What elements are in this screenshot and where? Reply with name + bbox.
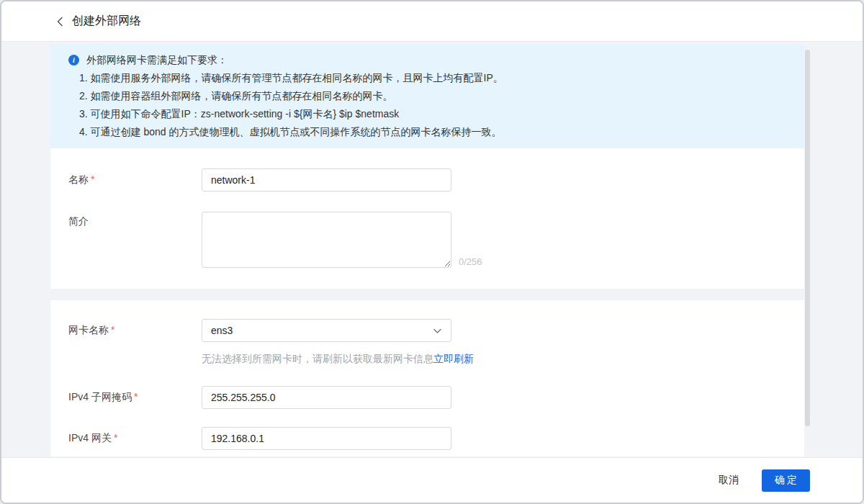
confirm-button[interactable]: 确定 — [762, 469, 810, 492]
notice-banner: i 外部网络网卡需满足如下要求： 1. 如需使用服务外部网络，请确保所有管理节点… — [50, 44, 804, 148]
nic-label: 网卡名称* — [68, 324, 202, 337]
page-title: 创建外部网络 — [72, 14, 141, 29]
info-icon: i — [68, 55, 79, 66]
netmask-label: IPv4 子网掩码* — [68, 391, 202, 404]
required-mark: * — [111, 324, 114, 336]
chevron-down-icon — [433, 326, 442, 338]
notice-line-4: 4. 可通过创建 bond 的方式使物理机、虚拟机节点或不同操作系统的节点的网卡… — [50, 123, 793, 141]
create-external-network-dialog: 创建外部网络 i 外部网络网卡需满足如下要求： 1. 如需使用服务外部网络，请确… — [0, 0, 864, 504]
gateway-input[interactable] — [202, 427, 451, 450]
refresh-now-link[interactable]: 立即刷新 — [433, 353, 474, 364]
description-row: 简介 0/256 — [50, 212, 804, 268]
name-label: 名称* — [68, 174, 202, 186]
required-mark: * — [91, 174, 94, 185]
footer-bar: 取消 确定 — [1, 457, 863, 503]
chevron-left-icon — [56, 17, 63, 27]
notice-line-1: 1. 如需使用服务外部网络，请确保所有管理节点都存在相同名称的网卡，且网卡上均有… — [50, 69, 793, 87]
netmask-row: IPv4 子网掩码* — [50, 386, 804, 409]
required-mark: * — [134, 391, 138, 402]
required-mark: * — [114, 432, 117, 444]
notice-line-2: 2. 如需使用容器组外部网络，请确保所有节点都存在相同名称的网卡。 — [50, 87, 793, 105]
nic-select-value: ens3 — [211, 325, 233, 336]
nic-helper-text: 无法选择到所需网卡时，请刷新以获取最新网卡信息 — [202, 353, 433, 364]
content-area: i 外部网络网卡需满足如下要求： 1. 如需使用服务外部网络，请确保所有管理节点… — [1, 42, 863, 457]
notice-title: 外部网络网卡需满足如下要求： — [86, 51, 228, 69]
network-settings-card: 网卡名称* ens3 无法选择到所需网卡时，请刷新以获取最新网卡信息立即刷新 I… — [50, 300, 804, 456]
basic-info-card: i 外部网络网卡需满足如下要求： 1. 如需使用服务外部网络，请确保所有管理节点… — [50, 44, 804, 289]
gateway-label: IPv4 网关* — [68, 432, 202, 445]
description-textarea[interactable] — [202, 212, 451, 268]
nic-select[interactable]: ens3 — [202, 319, 451, 342]
description-label: 简介 — [68, 212, 202, 228]
notice-line-3: 3. 可使用如下命令配置IP：zs-network-setting -i ${网… — [50, 105, 793, 123]
netmask-input[interactable] — [202, 386, 451, 409]
name-row: 名称* — [50, 168, 804, 192]
gateway-row: IPv4 网关* — [50, 427, 804, 450]
nic-row: 网卡名称* ens3 — [50, 319, 804, 342]
vertical-scrollbar-thumb[interactable] — [805, 50, 810, 426]
page-header: 创建外部网络 — [1, 1, 863, 42]
name-input[interactable] — [202, 168, 451, 192]
nic-helper-row: 无法选择到所需网卡时，请刷新以获取最新网卡信息立即刷新 — [50, 353, 804, 366]
char-counter: 0/256 — [459, 256, 482, 268]
cancel-button[interactable]: 取消 — [717, 469, 740, 491]
back-button[interactable] — [56, 17, 63, 27]
